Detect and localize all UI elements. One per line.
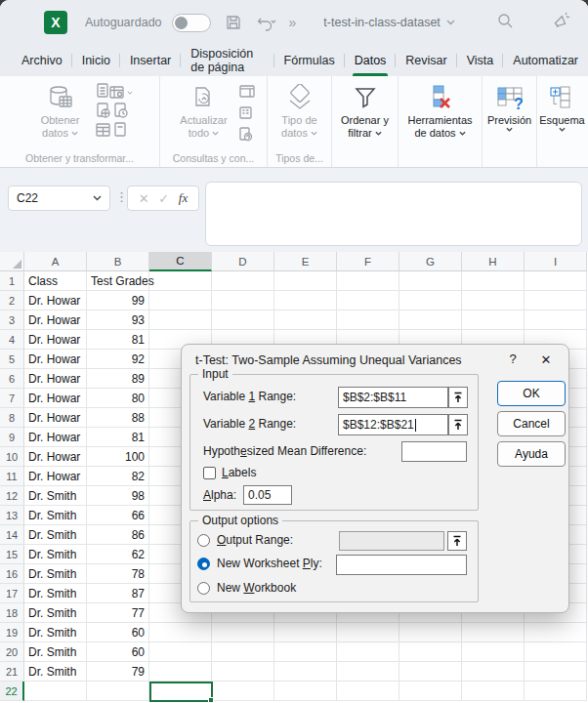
new-worksheet-radio[interactable]	[197, 558, 210, 570]
cell-A13[interactable]: Dr. Smith	[24, 506, 87, 525]
enter-icon[interactable]: ✓	[158, 191, 169, 206]
cell-B5[interactable]: 92	[87, 350, 149, 369]
cell-C1[interactable]	[149, 271, 212, 291]
cell-A1[interactable]: Class	[24, 271, 87, 291]
cell-B16[interactable]: 78	[87, 564, 149, 584]
cell-A5[interactable]: Dr. Howar	[24, 350, 87, 369]
variable1-range-input[interactable]: $B$2:$B$11	[338, 387, 448, 408]
new-worksheet-label[interactable]: New Worksheet Ply:	[217, 557, 322, 570]
row-header-7[interactable]: 7	[0, 389, 24, 408]
row-header-2[interactable]: 2	[0, 291, 24, 310]
cancel-button[interactable]: Cancel	[497, 411, 566, 436]
row-header-15[interactable]: 15	[0, 545, 24, 564]
output-range-picker-button[interactable]	[447, 531, 467, 551]
tab-insertar[interactable]: Insertar	[120, 45, 181, 76]
cell-A22[interactable]	[24, 682, 87, 701]
row-header-5[interactable]: 5	[0, 350, 24, 369]
tab-formulas[interactable]: Fórmulas	[274, 45, 345, 76]
cell-G21[interactable]	[399, 662, 462, 682]
variable2-range-picker-button[interactable]	[448, 414, 468, 435]
cell-I1[interactable]	[525, 271, 587, 291]
properties-icon[interactable]	[239, 105, 255, 123]
cell-C2[interactable]	[149, 291, 212, 310]
cell-B22[interactable]	[87, 682, 149, 701]
cell-H1[interactable]	[462, 271, 525, 291]
cell-I21[interactable]	[525, 662, 587, 682]
cell-A4[interactable]: Dr. Howar	[24, 330, 87, 350]
cell-B14[interactable]: 86	[87, 525, 149, 545]
cell-G20[interactable]	[399, 642, 462, 662]
cell-B4[interactable]: 81	[87, 330, 149, 350]
row-header-17[interactable]: 17	[0, 584, 24, 603]
cell-F2[interactable]	[337, 291, 399, 310]
data-tools-button[interactable]: Herramientas de datos	[401, 81, 480, 167]
cell-B1[interactable]: Test Grades	[87, 271, 149, 291]
feedback-megaphone-icon[interactable]	[551, 11, 570, 34]
cell-F19[interactable]	[337, 623, 399, 642]
cell-I2[interactable]	[525, 291, 587, 310]
cell-I19[interactable]	[525, 623, 587, 642]
new-worksheet-input[interactable]	[336, 555, 467, 575]
recent-sources-icon[interactable]	[114, 103, 128, 122]
cell-F20[interactable]	[337, 642, 399, 662]
row-header-9[interactable]: 9	[0, 428, 24, 447]
row-header-21[interactable]: 21	[0, 662, 24, 682]
cell-C21[interactable]	[149, 662, 212, 682]
edit-links-icon[interactable]	[239, 127, 255, 145]
ok-button[interactable]: OK	[497, 381, 566, 406]
tab-vista[interactable]: Vista	[457, 45, 504, 76]
cell-E2[interactable]	[274, 291, 337, 310]
cell-A14[interactable]: Dr. Smith	[24, 525, 87, 545]
cell-H19[interactable]	[462, 623, 525, 642]
cell-A18[interactable]: Dr. Smith	[24, 603, 87, 623]
cell-I20[interactable]	[525, 642, 587, 662]
cell-B11[interactable]: 82	[87, 467, 149, 486]
cell-I22[interactable]	[525, 682, 587, 701]
labels-checkbox[interactable]	[203, 467, 216, 479]
cell-A6[interactable]: Dr. Howar	[24, 369, 87, 389]
fill-handle[interactable]	[208, 697, 214, 703]
column-header-H[interactable]: H	[462, 252, 525, 271]
cell-B21[interactable]: 79	[87, 662, 149, 682]
cell-G19[interactable]	[399, 623, 462, 642]
cell-C20[interactable]	[149, 642, 212, 662]
row-header-13[interactable]: 13	[0, 506, 24, 525]
from-picture-icon[interactable]	[109, 86, 133, 100]
cell-A17[interactable]: Dr. Smith	[24, 584, 87, 603]
cell-D22[interactable]	[212, 682, 274, 701]
new-workbook-radio[interactable]	[197, 582, 210, 595]
cell-D3[interactable]	[212, 310, 274, 330]
cell-B17[interactable]: 87	[87, 584, 149, 603]
cell-D1[interactable]	[212, 271, 274, 291]
row-header-11[interactable]: 11	[0, 467, 24, 486]
search-icon[interactable]	[496, 12, 514, 33]
new-workbook-label[interactable]: New Workbook	[217, 581, 296, 595]
save-icon[interactable]	[225, 14, 242, 31]
from-table-icon[interactable]	[96, 123, 110, 141]
cell-F21[interactable]	[337, 662, 399, 682]
active-cell-selection[interactable]	[149, 682, 213, 702]
cell-G2[interactable]	[399, 291, 462, 310]
row-header-14[interactable]: 14	[0, 525, 24, 545]
row-header-18[interactable]: 18	[0, 603, 24, 623]
variable1-range-picker-button[interactable]	[448, 387, 468, 408]
cancel-icon[interactable]: ✕	[139, 191, 149, 206]
cell-A7[interactable]: Dr. Howar	[24, 389, 87, 408]
cell-H21[interactable]	[462, 662, 525, 682]
cell-E21[interactable]	[274, 662, 337, 682]
cell-E22[interactable]	[274, 682, 337, 701]
cell-B13[interactable]: 66	[87, 506, 149, 525]
row-header-16[interactable]: 16	[0, 564, 24, 584]
excel-logo-icon[interactable]: X	[44, 11, 67, 34]
row-header-3[interactable]: 3	[0, 310, 24, 330]
cell-E20[interactable]	[274, 642, 337, 662]
row-header-12[interactable]: 12	[0, 486, 24, 506]
cell-B2[interactable]: 99	[87, 291, 149, 310]
cell-A8[interactable]: Dr. Howar	[24, 408, 87, 428]
from-text-icon[interactable]	[97, 83, 110, 103]
formula-input[interactable]	[205, 182, 582, 246]
row-header-20[interactable]: 20	[0, 642, 24, 662]
tab-disposicion[interactable]: Disposición de página	[181, 45, 273, 76]
autosave-toggle[interactable]	[172, 14, 211, 32]
row-header-4[interactable]: 4	[0, 330, 24, 350]
